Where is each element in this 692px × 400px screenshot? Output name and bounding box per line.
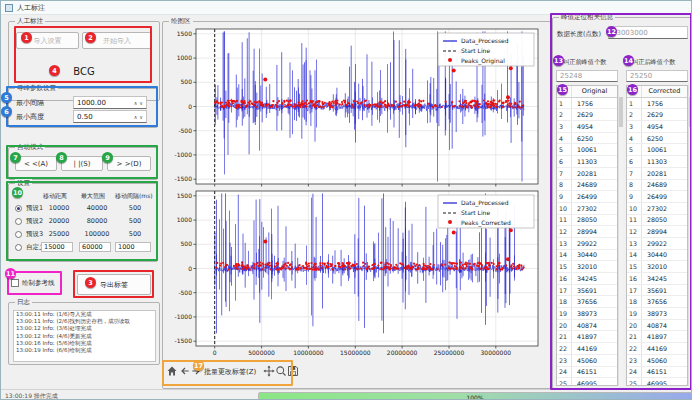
table-row[interactable]: 611303 xyxy=(557,156,617,168)
settings-row[interactable]: 预设11000040000500 xyxy=(9,202,157,214)
move-left-button[interactable]: < <(A) xyxy=(15,156,57,171)
move-distance-header: 移动距离 xyxy=(43,192,67,201)
spin-up-icon[interactable]: ∧ xyxy=(134,100,138,106)
table-row[interactable]: 2345060 xyxy=(627,355,687,367)
table-row[interactable]: 2446151 xyxy=(627,367,687,379)
table-row[interactable]: 1735691 xyxy=(627,285,687,297)
spin-down-icon[interactable]: ∨ xyxy=(139,114,143,120)
svg-text:30000000: 30000000 xyxy=(481,349,512,356)
table-row[interactable]: 824689 xyxy=(557,180,617,192)
min-interval-spinbox[interactable]: 1000.00 ∧∨ xyxy=(73,96,147,109)
status-bar: 13:00:19 操作完成 100% xyxy=(1,389,692,400)
table-row[interactable]: 2446151 xyxy=(557,367,617,379)
before-count-field[interactable]: 25248 xyxy=(556,70,618,82)
table-row[interactable]: 1634245 xyxy=(557,273,617,285)
custom-value-input[interactable]: 60000 xyxy=(79,242,111,252)
after-count-field[interactable]: 25250 xyxy=(626,70,688,82)
table-row[interactable]: 720281 xyxy=(627,168,687,180)
table-row[interactable]: 926499 xyxy=(557,191,617,203)
move-right-button[interactable]: > >(D) xyxy=(107,156,151,171)
svg-text:Peaks_Original: Peaks_Original xyxy=(461,57,505,65)
table-row[interactable]: 1938973 xyxy=(557,308,617,320)
svg-text:Data_Processed: Data_Processed xyxy=(461,37,509,45)
zoom-icon[interactable] xyxy=(275,365,287,377)
table-row[interactable]: 1837656 xyxy=(627,296,687,308)
table-row[interactable]: 1228994 xyxy=(627,226,687,238)
table-row[interactable]: 510061 xyxy=(627,144,687,156)
table-row[interactable]: 1938973 xyxy=(627,308,687,320)
table-row[interactable]: 1329922 xyxy=(627,238,687,250)
table-row[interactable]: 2141897 xyxy=(627,331,687,343)
table-row[interactable]: 926499 xyxy=(627,191,687,203)
spin-up-icon[interactable]: ∧ xyxy=(134,114,138,120)
table-row[interactable]: 2040874 xyxy=(557,320,617,332)
min-height-spinbox[interactable]: 0.50 ∧∨ xyxy=(73,110,147,123)
corrected-table-scrollbar[interactable] xyxy=(688,85,692,386)
spin-down-icon[interactable]: ∨ xyxy=(139,100,143,106)
table-row[interactable]: 1532010 xyxy=(627,261,687,273)
preset-radio[interactable] xyxy=(15,231,22,238)
reference-line-checkbox[interactable] xyxy=(11,279,19,287)
table-row[interactable]: 720281 xyxy=(557,168,617,180)
svg-text:-500: -500 xyxy=(178,289,192,296)
table-row[interactable]: 1228994 xyxy=(557,226,617,238)
table-row[interactable]: 11756 xyxy=(557,98,617,110)
table-row[interactable]: 1128050 xyxy=(557,215,617,227)
export-labels-button[interactable]: 导出标签 xyxy=(77,274,151,295)
table-row[interactable]: 1735691 xyxy=(557,285,617,297)
preset-radio[interactable] xyxy=(15,244,22,251)
table-row[interactable]: 46250 xyxy=(627,133,687,145)
data-length-field[interactable]: 33003000 xyxy=(608,26,688,39)
svg-text:-1000: -1000 xyxy=(175,313,193,320)
import-settings-button[interactable]: 导入设置 xyxy=(16,32,79,49)
table-row[interactable]: 1532010 xyxy=(557,261,617,273)
preset-radio[interactable] xyxy=(15,205,22,212)
table-row[interactable]: 1430440 xyxy=(627,250,687,262)
table-row[interactable]: 34954 xyxy=(627,121,687,133)
table-row[interactable]: 2141897 xyxy=(557,331,617,343)
table-row[interactable]: 2244169 xyxy=(557,343,617,355)
table-row[interactable]: 1027302 xyxy=(557,203,617,215)
table-row[interactable]: 11756 xyxy=(627,98,687,110)
corrected-peaks-table[interactable]: Corrected1175622629349544625051006161130… xyxy=(626,85,688,386)
table-row[interactable]: 1634245 xyxy=(627,273,687,285)
table-row[interactable]: 510061 xyxy=(557,144,617,156)
table-row[interactable]: 2546995 xyxy=(557,378,617,386)
select-button[interactable]: | |(S) xyxy=(61,156,103,171)
table-row[interactable]: 2546995 xyxy=(627,378,687,386)
custom-value-input[interactable]: 1000 xyxy=(115,242,151,252)
preset-radio[interactable] xyxy=(15,218,22,225)
table-row[interactable]: 1837656 xyxy=(557,296,617,308)
log-area[interactable]: 13:00:11 Info: (1/6)导入完成13:00:11 Info: (… xyxy=(13,310,156,362)
table-row[interactable]: 611303 xyxy=(627,156,687,168)
table-row[interactable]: 2040874 xyxy=(627,320,687,332)
table-row[interactable]: 2345060 xyxy=(557,355,617,367)
forward-icon[interactable] xyxy=(190,365,202,377)
table-row[interactable]: 46250 xyxy=(557,133,617,145)
pan-icon[interactable] xyxy=(263,365,275,377)
original-peaks-table[interactable]: Original11756226293495446250510061611303… xyxy=(556,85,618,386)
settings-row[interactable]: 自定义15000600001000 xyxy=(9,241,157,253)
table-row[interactable]: 34954 xyxy=(557,121,617,133)
table-row[interactable]: 1027302 xyxy=(627,203,687,215)
table-row[interactable]: 1430440 xyxy=(557,250,617,262)
charts-canvas[interactable]: -1500-1000-500050010001500Data_Processed… xyxy=(166,24,545,357)
svg-text:Start Line: Start Line xyxy=(461,47,490,54)
table-row[interactable]: 22629 xyxy=(627,109,687,121)
save-icon[interactable] xyxy=(287,365,299,377)
before-count-value: 25248 xyxy=(560,72,582,80)
table-row[interactable]: 22629 xyxy=(557,109,617,121)
table-row[interactable]: 824689 xyxy=(627,180,687,192)
table-row[interactable]: 2244169 xyxy=(627,343,687,355)
settings-row[interactable]: 预设325000100000500 xyxy=(9,228,157,240)
start-import-button[interactable]: 开始导入 xyxy=(82,32,152,49)
application-window: 人工标注 人工标注 导入设置 开始导入 BCG 寻峰参数设置 最小间隔 1000… xyxy=(0,0,692,400)
custom-value-input[interactable]: 15000 xyxy=(41,242,73,252)
preset-value: 80000 xyxy=(79,217,115,225)
home-icon[interactable] xyxy=(166,365,178,377)
settings-row[interactable]: 预设22000080000500 xyxy=(9,215,157,227)
table-row[interactable]: 1128050 xyxy=(627,215,687,227)
batch-edit-labels-button[interactable]: 批量更改标签(Z) xyxy=(204,367,256,377)
original-table-scrollbar[interactable] xyxy=(618,85,623,386)
table-row[interactable]: 1329922 xyxy=(557,238,617,250)
